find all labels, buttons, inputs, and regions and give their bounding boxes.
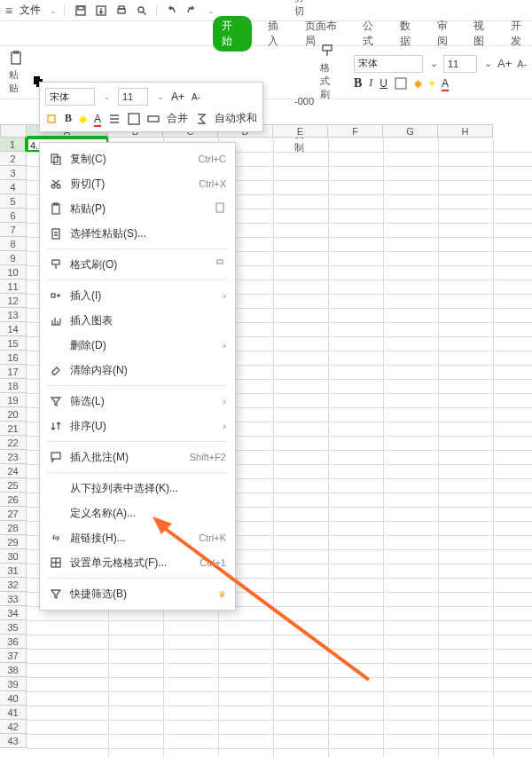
ctx-delete[interactable]: 删除(D)› (40, 333, 235, 358)
ctx-insert-chart[interactable]: 插入图表 (40, 308, 235, 333)
ctx-filter[interactable]: 筛选(L)› (40, 389, 235, 414)
row-header-19[interactable]: 19 (0, 393, 27, 407)
bold-button[interactable]: B (354, 76, 362, 91)
row-header-36[interactable]: 36 (0, 635, 27, 649)
row-header-32[interactable]: 32 (0, 578, 27, 592)
ctx-sort[interactable]: 排序(U)› (40, 414, 235, 438)
tab-view[interactable]: 视图 (473, 19, 495, 49)
mini-fontcolor-icon[interactable]: A (94, 113, 101, 125)
row-header-24[interactable]: 24 (0, 464, 27, 478)
row-header-39[interactable]: 39 (0, 677, 27, 691)
row-header-1[interactable]: 1 (0, 138, 27, 152)
row-header-35[interactable]: 35 (0, 620, 27, 635)
row-header-4[interactable]: 4 (0, 180, 27, 194)
row-header-25[interactable]: 25 (0, 478, 27, 493)
export-icon[interactable] (95, 4, 107, 17)
col-header-F[interactable]: F (328, 124, 383, 138)
ctx-format-painter[interactable]: 格式刷(O) (40, 252, 235, 277)
mini-inc-font-icon[interactable]: A+ (171, 91, 184, 103)
row-header-14[interactable]: 14 (0, 322, 27, 336)
ctx-insert[interactable]: 插入(I)› (40, 283, 235, 308)
font-select[interactable]: 宋体 (354, 55, 423, 73)
ctx-copy[interactable]: 复制(C)Ctrl+C (40, 146, 235, 171)
ctx-dropdown-pick[interactable]: 从下拉列表中选择(K)... (40, 476, 235, 501)
paste-group[interactable]: 粘贴 (5, 51, 28, 95)
col-header-G[interactable]: G (383, 124, 438, 138)
mini-autosum-label[interactable]: 自动求和 (215, 111, 257, 126)
row-header-12[interactable]: 12 (0, 294, 27, 308)
row-header-15[interactable]: 15 (0, 336, 27, 351)
ctx-paste-special[interactable]: 选择性粘贴(S)... (40, 221, 235, 246)
row-header-41[interactable]: 41 (0, 706, 27, 720)
mini-fill-icon[interactable] (45, 113, 58, 125)
row-header-27[interactable]: 27 (0, 507, 27, 521)
increase-font-icon[interactable]: A+ (497, 57, 512, 70)
row-header-9[interactable]: 9 (0, 251, 27, 265)
ctx-cut[interactable]: 剪切(T)Ctrl+X (40, 171, 235, 196)
save-icon[interactable] (74, 4, 87, 17)
border-icon[interactable] (395, 77, 407, 90)
row-header-2[interactable]: 2 (0, 152, 27, 166)
mini-merge-label[interactable]: 合并 (167, 111, 188, 126)
print-preview-icon[interactable] (136, 4, 148, 17)
format-painter[interactable]: 格式刷 (317, 43, 340, 101)
mini-highlight-icon[interactable]: ◆ (79, 113, 87, 125)
row-header-37[interactable]: 37 (0, 649, 27, 663)
row-header-33[interactable]: 33 (0, 592, 27, 606)
mini-align-icon[interactable] (108, 113, 121, 125)
row-header-6[interactable]: 6 (0, 209, 27, 223)
row-header-26[interactable]: 26 (0, 493, 27, 507)
undo-icon[interactable] (165, 4, 177, 17)
row-header-42[interactable]: 42 (0, 720, 27, 734)
mini-bold[interactable]: B (65, 112, 72, 125)
row-header-13[interactable]: 13 (0, 308, 27, 322)
row-header-11[interactable]: 11 (0, 280, 27, 294)
underline-button[interactable]: U (379, 77, 387, 90)
mini-merge-icon[interactable] (147, 113, 160, 125)
decrease-font-icon[interactable]: A- (517, 59, 527, 69)
fill-color-icon[interactable]: ◆ (414, 77, 422, 90)
row-header-21[interactable]: 21 (0, 422, 27, 436)
tab-dev[interactable]: 开发 (511, 19, 532, 49)
row-header-28[interactable]: 28 (0, 521, 27, 535)
row-header-8[interactable]: 8 (0, 237, 27, 251)
row-header-29[interactable]: 29 (0, 535, 27, 549)
ctx-comment[interactable]: 插入批注(M)Shift+F2 (40, 445, 235, 469)
col-header-H[interactable]: H (438, 124, 493, 138)
mini-sum-icon[interactable] (195, 113, 207, 125)
row-header-20[interactable]: 20 (0, 407, 27, 422)
row-header-31[interactable]: 31 (0, 564, 27, 578)
ctx-clear[interactable]: 清除内容(N) (40, 358, 235, 382)
col-header-E[interactable]: E (273, 124, 328, 138)
redo-icon[interactable] (185, 4, 198, 17)
mini-font[interactable]: 宋体 (45, 88, 95, 106)
row-header-17[interactable]: 17 (0, 365, 27, 379)
font-color-icon[interactable]: A (442, 77, 449, 90)
row-header-3[interactable]: 3 (0, 166, 27, 180)
tab-review[interactable]: 审阅 (437, 19, 458, 49)
row-header-5[interactable]: 5 (0, 194, 27, 209)
mini-size[interactable]: 11 (118, 88, 148, 106)
chevron-down-icon[interactable]: ⌄ (207, 6, 215, 15)
italic-button[interactable]: I (369, 76, 372, 90)
row-header-43[interactable]: 43 (0, 734, 27, 748)
tab-formula[interactable]: 公式 (363, 19, 384, 49)
select-all-corner[interactable] (0, 124, 27, 138)
row-header-22[interactable]: 22 (0, 436, 27, 450)
row-header-16[interactable]: 16 (0, 351, 27, 365)
mini-border-icon[interactable] (128, 113, 140, 125)
row-header-10[interactable]: 10 (0, 265, 27, 280)
row-header-38[interactable]: 38 (0, 663, 27, 677)
row-header-30[interactable]: 30 (0, 549, 27, 564)
highlight-icon[interactable]: ▾ (429, 77, 434, 90)
print-icon[interactable] (115, 4, 128, 17)
row-header-40[interactable]: 40 (0, 691, 27, 706)
tab-data[interactable]: 数据 (400, 19, 421, 49)
row-header-34[interactable]: 34 (0, 606, 27, 620)
hamburger-icon[interactable]: ≡ (5, 4, 12, 18)
ctx-paste[interactable]: 粘贴(P) (40, 196, 235, 221)
row-header-18[interactable]: 18 (0, 379, 27, 393)
row-header-23[interactable]: 23 (0, 450, 27, 464)
mini-dec-font-icon[interactable]: A- (192, 92, 200, 102)
font-size[interactable]: 11 (443, 55, 477, 73)
